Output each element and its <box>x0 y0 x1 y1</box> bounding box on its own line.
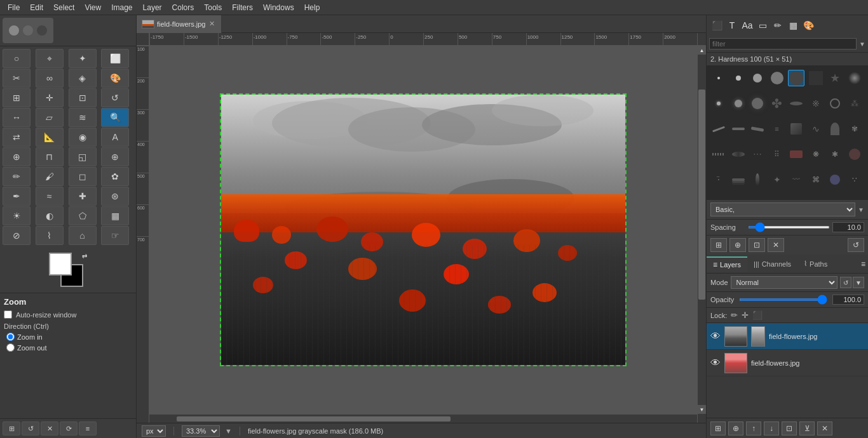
tool-warp[interactable]: ≋ <box>69 108 97 127</box>
layer-raise-btn[interactable]: ↑ <box>746 421 761 435</box>
tool-airbrush[interactable]: ✿ <box>101 167 129 186</box>
tool-perspective[interactable]: ⌂ <box>69 226 97 245</box>
brush-item[interactable] <box>769 70 785 86</box>
panel-icon-1[interactable]: ⬛ <box>710 19 723 32</box>
tool-blend[interactable]: ▦ <box>101 206 129 225</box>
brush-item[interactable] <box>730 121 747 137</box>
vscroll-down-btn[interactable]: ▼ <box>698 405 706 414</box>
panel-icon-3[interactable]: Aa <box>741 19 754 32</box>
brush-item[interactable]: 〰 <box>788 171 804 188</box>
tool-shear[interactable]: ▱ <box>36 108 64 127</box>
brush-item[interactable]: ·̈ <box>710 171 727 188</box>
layer-1-visibility[interactable]: 👁 <box>710 331 721 342</box>
layer-delete-btn[interactable]: ✕ <box>817 421 832 435</box>
tool-paintbrush[interactable]: 🖌 <box>36 167 64 186</box>
tool-move[interactable]: ✛ <box>36 88 64 107</box>
tool-text[interactable]: A <box>101 128 129 147</box>
vscroll-up-btn[interactable]: ▲ <box>698 46 706 55</box>
tool-rotate[interactable]: ↺ <box>101 88 129 107</box>
tool-bucket[interactable]: ⬠ <box>69 206 97 225</box>
brush-action-new[interactable]: ⊕ <box>729 238 746 252</box>
tool-cage[interactable]: ⊓ <box>36 147 64 166</box>
tool-heal[interactable]: ✚ <box>69 187 97 206</box>
brush-item[interactable]: ∿ <box>808 121 824 137</box>
brush-item[interactable]: ✾ <box>846 121 863 137</box>
brush-item[interactable]: ✤ <box>769 95 785 112</box>
menu-item-filters[interactable]: Filters <box>227 2 258 13</box>
tool-crop[interactable]: ⊡ <box>69 88 97 107</box>
brush-item[interactable] <box>749 171 766 188</box>
brush-item[interactable]: ⋯ <box>749 146 766 163</box>
horizontal-scrollbar[interactable] <box>149 414 697 423</box>
tool-rect-select[interactable]: ⬜ <box>101 49 129 68</box>
brush-item[interactable] <box>730 70 747 86</box>
canvas-viewport[interactable] <box>149 46 697 414</box>
brush-item[interactable]: ※ <box>808 95 824 112</box>
lock-alpha-icon[interactable]: ⬛ <box>752 310 763 320</box>
panel-icon-4[interactable]: ▭ <box>756 19 769 32</box>
preset-arrow[interactable]: ▼ <box>858 206 864 213</box>
tool-handle[interactable]: ⊕ <box>101 147 129 166</box>
tool-hand[interactable]: ☞ <box>101 226 129 245</box>
brush-item[interactable] <box>710 95 727 112</box>
brush-action-delete[interactable]: ✕ <box>768 238 784 252</box>
unit-select[interactable]: px <box>142 425 166 437</box>
mode-next-btn[interactable]: ▼ <box>853 277 864 288</box>
preset-select[interactable]: Basic, <box>710 202 855 216</box>
brush-item[interactable]: ⌘ <box>808 171 824 188</box>
swap-colors-icon[interactable]: ⇄ <box>82 253 87 260</box>
menu-item-layer[interactable]: Layer <box>138 2 167 13</box>
panel-icon-7[interactable]: 🎨 <box>802 19 815 32</box>
tool-fuzzy-select[interactable]: ✦ <box>69 49 97 68</box>
tool-free-select[interactable]: ⌖ <box>36 49 64 68</box>
menu-item-select[interactable]: Select <box>48 2 79 13</box>
brush-item[interactable] <box>710 146 727 163</box>
tool-scissors[interactable]: ✂ <box>3 69 31 88</box>
layer-merge-btn[interactable]: ⊻ <box>799 421 815 435</box>
tool-transform2[interactable]: ⊕ <box>3 147 31 166</box>
brush-item[interactable] <box>808 70 824 86</box>
lock-pixels-icon[interactable]: ✏ <box>731 310 738 320</box>
menu-item-image[interactable]: Image <box>106 2 137 13</box>
tool-3d[interactable]: ◉ <box>69 128 97 147</box>
vscroll-thumb[interactable] <box>698 90 705 300</box>
mode-select[interactable]: Normal <box>731 276 837 289</box>
tool-lasso[interactable]: ∞ <box>36 69 64 88</box>
brush-item[interactable]: ✱ <box>827 146 843 163</box>
brush-item[interactable]: ★ <box>827 70 843 86</box>
tool-pencil[interactable]: ✏ <box>3 167 31 186</box>
menu-item-tools[interactable]: Tools <box>199 2 227 13</box>
brush-item[interactable]: ✦ <box>769 171 785 188</box>
brush-item-selected[interactable] <box>788 70 804 86</box>
tool-smudge[interactable]: ≈ <box>36 187 64 206</box>
brush-action-duplicate[interactable]: ⊡ <box>749 238 765 252</box>
tool-ink[interactable]: ✒ <box>3 187 31 206</box>
menu-item-windows[interactable]: Windows <box>258 2 299 13</box>
menu-item-view[interactable]: View <box>79 2 106 13</box>
brush-action-presetslist[interactable]: ⊞ <box>710 238 727 252</box>
lock-position-icon[interactable]: ✛ <box>742 310 749 320</box>
tool-dodge-burn[interactable]: ☀ <box>3 206 31 225</box>
tool-fg-select[interactable]: ◈ <box>69 69 97 88</box>
brush-item[interactable] <box>846 70 863 86</box>
tool-unified[interactable]: ◱ <box>69 147 97 166</box>
tool-ellipse-select[interactable]: ○ <box>3 49 31 68</box>
brush-item[interactable] <box>749 95 766 112</box>
layer-new-group-btn[interactable]: ⊞ <box>710 421 726 435</box>
tab-channels[interactable]: ||| Channels <box>747 258 797 270</box>
tool-zoom[interactable]: 🔍 <box>101 108 129 127</box>
brush-item[interactable] <box>788 146 804 163</box>
brush-item[interactable] <box>788 121 804 137</box>
brush-item[interactable] <box>730 95 747 112</box>
brush-item[interactable] <box>749 70 766 86</box>
menu-item-edit[interactable]: Edit <box>25 2 48 13</box>
tool-desat[interactable]: ◐ <box>36 206 64 225</box>
tool-delete-btn[interactable]: ✕ <box>41 421 58 435</box>
zoom-select[interactable]: 33.3% <box>182 425 220 437</box>
tool-flip[interactable]: ⇄ <box>3 128 31 147</box>
layer-lower-btn[interactable]: ↓ <box>764 421 779 435</box>
layer-row-1[interactable]: 👁 field-flowers.jpg <box>707 323 868 350</box>
spacing-slider[interactable] <box>748 226 830 229</box>
brush-item[interactable] <box>827 95 843 112</box>
tool-scale[interactable]: ↔ <box>3 108 31 127</box>
